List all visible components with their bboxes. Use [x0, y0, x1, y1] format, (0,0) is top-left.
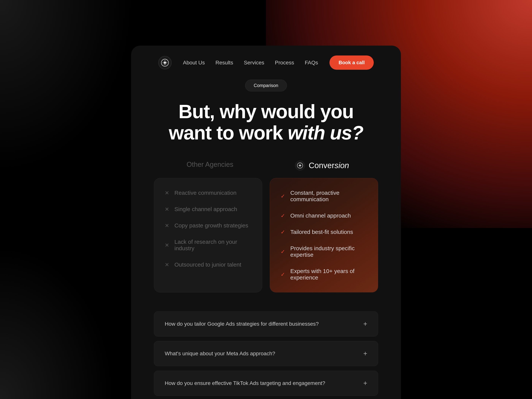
nav-about-us[interactable]: About Us [183, 60, 205, 66]
other-agencies-card: ✕ Reactive communication ✕ Single channe… [154, 178, 262, 292]
x-icon-2: ✕ [165, 206, 169, 212]
other-item-1: ✕ Reactive communication [165, 190, 251, 196]
faq-section: How do you tailor Google Ads strategies … [131, 311, 401, 399]
hero-heading: But, why would you want to work with us? [131, 101, 401, 143]
section-badge: Comparison [131, 80, 401, 91]
faq-item-2[interactable]: What's unique about your Meta Ads approa… [154, 341, 378, 366]
check-icon-2: ✓ [281, 213, 285, 219]
faq-plus-icon-3: + [363, 379, 367, 387]
conversion-card: ✓ Constant, proactive communication ✓ Om… [270, 178, 378, 292]
nav-links: About Us Results Services Process FAQs [183, 60, 318, 66]
label-other-agencies: Other Agencies [154, 161, 266, 171]
conversion-label-text: Conversion [309, 161, 349, 170]
cards-row: ✕ Reactive communication ✕ Single channe… [131, 178, 401, 292]
book-call-button[interactable]: Book a call [329, 56, 374, 70]
other-item-3: ✕ Copy paste growth strategies [165, 222, 251, 229]
x-icon-1: ✕ [165, 190, 169, 196]
check-icon-5: ✓ [281, 271, 285, 278]
conv-item-5: ✓ Experts with 10+ years of experience [281, 268, 367, 281]
x-icon-5: ✕ [165, 262, 169, 268]
conv-item-3: ✓ Tailored best-fit solutions [281, 229, 367, 235]
conv-item-4: ✓ Provides industry specific expertise [281, 245, 367, 258]
check-icon-4: ✓ [281, 248, 285, 255]
conv-item-2: ✓ Omni channel approach [281, 212, 367, 219]
faq-item-1[interactable]: How do you tailor Google Ads strategies … [154, 311, 378, 336]
page-wrapper: About Us Results Services Process FAQs B… [0, 0, 532, 399]
conversion-logo-small [295, 161, 305, 171]
faq-plus-icon-2: + [363, 350, 367, 358]
label-conversion: Conversion [266, 161, 378, 171]
x-icon-4: ✕ [165, 242, 169, 248]
heading-line1: But, why would you want to work with us? [146, 101, 386, 143]
nav-services[interactable]: Services [244, 60, 264, 66]
conv-item-1: ✓ Constant, proactive communication [281, 190, 367, 203]
nav-results[interactable]: Results [215, 60, 233, 66]
faq-plus-icon-1: + [363, 320, 367, 328]
nav-faqs[interactable]: FAQs [305, 60, 318, 66]
x-icon-3: ✕ [165, 222, 169, 229]
comparison-badge: Comparison [245, 80, 287, 91]
svg-point-1 [164, 62, 166, 64]
navbar: About Us Results Services Process FAQs B… [131, 46, 401, 80]
nav-process[interactable]: Process [275, 60, 294, 66]
other-item-5: ✕ Outsourced to junior talent [165, 261, 251, 268]
check-icon-3: ✓ [281, 229, 285, 235]
faq-item-3[interactable]: How do you ensure effective TikTok Ads t… [154, 371, 378, 396]
other-item-2: ✕ Single channel approach [165, 206, 251, 212]
main-card: About Us Results Services Process FAQs B… [131, 46, 401, 399]
logo[interactable] [158, 56, 171, 69]
svg-point-3 [299, 165, 301, 166]
check-icon-1: ✓ [281, 193, 285, 199]
other-item-4: ✕ Lack of research on your industry [165, 239, 251, 252]
comparison-labels: Other Agencies Conversion [131, 161, 401, 171]
